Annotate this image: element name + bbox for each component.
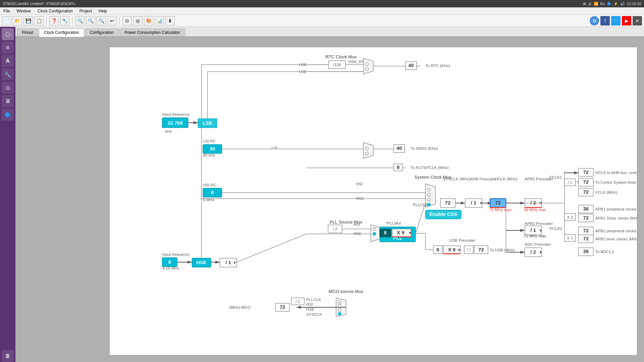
sidebar-icon-home[interactable]: ⬡ [2, 28, 14, 40]
toolbar-zoomfit[interactable]: 🔍 [97, 16, 106, 25]
toolbar-save[interactable]: 💾 [23, 16, 33, 25]
pll-mux-dot2[interactable] [373, 232, 376, 235]
volume-icon: 🔊 [620, 2, 625, 6]
menu-window[interactable]: Window [15, 8, 32, 14]
hsi-freq-val: 8 [211, 190, 214, 195]
sidebar-icon-text[interactable]: A [2, 55, 14, 67]
hse-freq-range: 4-16 MHz [162, 266, 179, 270]
sidebar-icon-shape[interactable]: 🔷 [2, 109, 14, 121]
sysclk-val: 72 [445, 200, 450, 205]
toolbar-facebook[interactable]: f [600, 16, 610, 25]
mco-sysclk-label: SYSCLK [306, 312, 322, 317]
sidebar-icon-trash[interactable]: 🗑 [2, 350, 14, 362]
apb2-timer-val: 72 [583, 236, 588, 241]
cortex-div-val: / 1 [568, 180, 572, 185]
fclk1-label: FCLK1 [550, 175, 562, 180]
toolbar-config[interactable]: 🔧 [60, 16, 69, 25]
ahb-prescaler-label: AHB Prescaler [470, 177, 496, 181]
mco-mux-label: MCO source Mux [329, 289, 364, 294]
lsi-rc-label: LSI RC [203, 139, 216, 143]
tab-pinout[interactable]: Pinout [17, 28, 38, 36]
toolbar-zoomout[interactable]: 🔍 [75, 16, 85, 25]
toolbar-sep2 [72, 17, 72, 25]
usb-prescaler-val: X 9 [448, 247, 455, 252]
flit-val: 8 [397, 165, 399, 170]
hse-div1-dropdown[interactable]: ▼ [233, 260, 237, 265]
pclk2-label: PCLK2 [550, 226, 562, 231]
menu-project[interactable]: Project [78, 8, 93, 14]
lsi-mux-shape [363, 142, 373, 158]
toolbar-report[interactable]: 📊 [155, 16, 164, 25]
menu-help[interactable]: Help [97, 8, 108, 14]
sys-mux-dot2 [427, 193, 430, 196]
usb-prescaler-dropdown[interactable]: ▼ [457, 248, 461, 252]
mco-mux-d4[interactable] [338, 312, 341, 315]
toolbar-circle[interactable]: ◎ [133, 16, 143, 25]
wifi-icon: 📶 [594, 2, 598, 6]
mco-div2-label: / 2 [296, 299, 300, 304]
hse-to-pll [237, 234, 306, 262]
lang-indicator: En [600, 2, 605, 6]
topbar-right: ⊞ 🖨 📶 En 🔷 ⚡ 🔊 11:15:32 [583, 2, 641, 6]
usb-prescaler-title: USB Prescaler [449, 238, 476, 243]
sidebar-icon-monitor[interactable]: 🖥 [2, 95, 14, 107]
hclk-ahb-val: 72 [583, 170, 588, 175]
usb-label: To USB (MHz) [489, 248, 515, 252]
input-freq-1-label: Input frequency [162, 112, 190, 117]
pllclk-label: PLLCLK [413, 202, 428, 207]
toolbar-palette[interactable]: 🎨 [144, 16, 153, 25]
toolbar-profile[interactable]: ⚙ [590, 16, 599, 25]
rtc-mux-dot2 [365, 68, 368, 71]
topbar-left: STM32CubeMX Untitled*: STM32F103C8Tx [3, 2, 75, 6]
tab-bar: Pinout Clock Configuration Configuration… [15, 27, 644, 37]
usb-val: 72 [478, 247, 484, 252]
hsi-sys-label: HSI [356, 182, 363, 186]
sidebar-icon-target[interactable]: ⊙ [2, 82, 14, 94]
tab-clock-config[interactable]: Clock Configuration [39, 28, 84, 37]
toolbar-other[interactable]: ✕ [633, 16, 642, 25]
tab-configuration[interactable]: Configuration [85, 28, 119, 36]
menu-clock-config[interactable]: Clock Configuration [36, 8, 74, 14]
app-title: STM32CubeMX Untitled*: STM32F103C8Tx [3, 2, 75, 6]
toolbar-target[interactable]: ⊙ [122, 16, 132, 25]
toolbar-undo[interactable]: ↩ [107, 16, 117, 25]
adc-dropdown-icon[interactable]: ▼ [539, 250, 543, 255]
div128-label: /128 [333, 62, 341, 67]
toolbar-twitter[interactable]: 🐦 [611, 16, 621, 25]
lse-box-label: LSE [203, 120, 212, 126]
sys-mux-dot4[interactable] [427, 203, 430, 206]
toolbar-download[interactable]: ⬇ [165, 16, 175, 25]
apb1-timer-label: APB1 Timer clocks (MHz) [595, 216, 637, 221]
apb2-prescaler-val: / 1 [531, 228, 536, 233]
hclk-label-top: HCLK (MHz) [495, 177, 518, 181]
sidebar-icon-menu[interactable]: ≡ [2, 42, 14, 54]
toolbar-open[interactable]: 📂 [13, 16, 22, 25]
mco-mux-d1 [338, 300, 341, 303]
usb-prescaler-8-val: 8 [436, 247, 439, 252]
cortex-val: 72 [583, 179, 588, 185]
rtc-val: 40 [408, 63, 414, 68]
adc-val: 36 [583, 249, 588, 254]
tab-power[interactable]: Power Consumption Calculator [119, 28, 185, 36]
toolbar-info[interactable]: ❓ [49, 16, 59, 25]
x9-dropdown[interactable]: ▼ [408, 231, 412, 235]
mco-out-label: (MHz) MCO [229, 305, 251, 310]
fclk-label: FCLK (MHz) [595, 190, 618, 195]
print-icon: 🖨 [588, 2, 592, 6]
adc-prescaler-label: ADC Prescaler [525, 242, 551, 247]
toolbar-new[interactable]: 📄 [2, 16, 11, 25]
toolbar-saveas[interactable]: 📋 [34, 16, 44, 25]
apb2-dropdown-icon[interactable]: ▼ [539, 228, 543, 233]
menu-bar: File Window Clock Configuration Project … [0, 7, 644, 15]
sys-mux-dot3 [427, 198, 430, 201]
apb2-max-label: 72 MHz max [524, 234, 546, 238]
clock-time: 11:15:32 [627, 2, 641, 6]
toolbar-zoomin[interactable]: 🔍 [86, 16, 95, 25]
lse-freq-unit: kHz [165, 129, 172, 134]
mco-pllclk-label: PLLCLK [306, 297, 321, 302]
clock-svg: RTC Clock Mux HSE /128 HSE_RTC LSE 40 To… [110, 47, 637, 355]
toolbar-youtube[interactable]: ▶ [622, 16, 631, 25]
menu-file[interactable]: File [2, 8, 11, 14]
pll-8-val: 8 [384, 230, 386, 235]
sidebar-icon-tools[interactable]: 🔧 [2, 68, 14, 80]
